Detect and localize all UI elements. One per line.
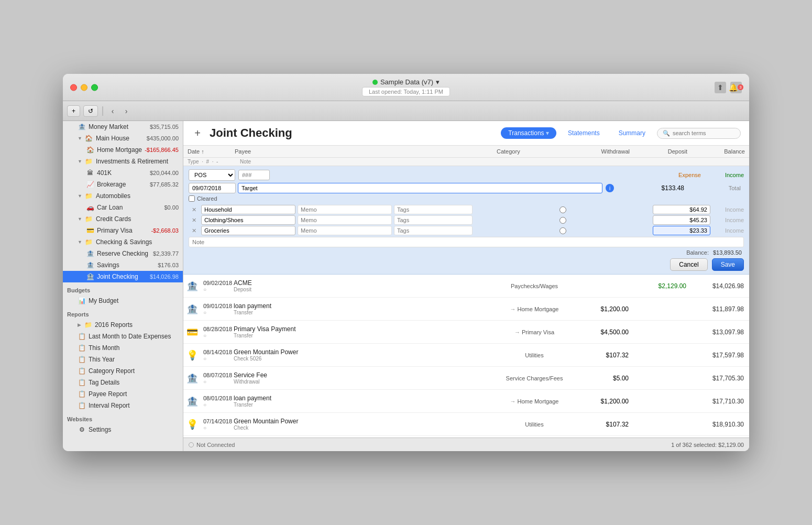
sidebar-item-home-mortgage[interactable]: 🏠 Home Mortgage -$165,866.45 — [63, 144, 183, 156]
sidebar-item-primary-visa[interactable]: 💳 Primary Visa -$2,668.03 — [63, 225, 183, 236]
sidebar-item-main-house[interactable]: ▼ 🏠 Main House $435,000.00 — [63, 133, 183, 144]
settings-icon: ⚙ — [78, 425, 86, 434]
sidebar-item-joint-checking[interactable]: 🏦 Joint Checking $14,026.98 — [63, 271, 183, 282]
badge-icon[interactable]: 🔔3 — [730, 82, 742, 93]
split-remove-0[interactable]: ✕ — [189, 206, 199, 213]
sidebar-item-credit-cards[interactable]: ▼ 📁 Credit Cards — [63, 213, 183, 225]
split-tags-1[interactable] — [394, 215, 473, 225]
maximize-button[interactable] — [91, 84, 98, 91]
sidebar-item-money-market[interactable]: 🏦 Money Market $35,715.05 — [63, 121, 183, 133]
info-icon[interactable]: i — [606, 184, 614, 192]
search-box[interactable]: 🔍 — [657, 128, 741, 139]
nav-forward-button[interactable]: › — [121, 106, 131, 116]
sidebar-item-savings[interactable]: 🏦 Savings $176.03 — [63, 259, 183, 271]
split-amount-2[interactable] — [653, 226, 710, 235]
split-memo-2[interactable] — [298, 226, 392, 235]
txn-deposit-6 — [634, 413, 692, 435]
tab-transactions[interactable]: Transactions ▾ — [501, 127, 556, 139]
split-amount-1[interactable] — [653, 215, 710, 225]
split-radio-2[interactable] — [559, 227, 566, 234]
last-month-icon: 📋 — [78, 332, 86, 341]
split-memo-0[interactable] — [298, 205, 392, 214]
split-amount-0[interactable] — [653, 205, 710, 214]
table-row[interactable]: 💡 07/14/2018 ○ Green Mountain Power Chec… — [183, 413, 749, 436]
tab-statements[interactable]: Statements — [561, 127, 607, 139]
sidebar-item-last-month[interactable]: 📋 Last Month to Date Expenses — [63, 331, 183, 342]
split-radio-1[interactable] — [559, 217, 566, 224]
disclosure-credit-cards[interactable]: ▼ — [78, 216, 82, 222]
split-remove-2[interactable]: ✕ — [189, 227, 199, 234]
txn-deposit-2 — [634, 321, 692, 343]
sidebar-item-checking-savings[interactable]: ▼ 📁 Checking & Savings — [63, 236, 183, 248]
add-transaction-button[interactable]: + — [192, 127, 203, 139]
split-tags-2[interactable] — [394, 226, 473, 235]
disclosure-automobiles[interactable]: ▼ — [78, 193, 82, 199]
payee-field[interactable] — [238, 183, 602, 193]
brokerage-icon: 📈 — [86, 180, 94, 189]
col-date[interactable]: Date ↑ — [183, 146, 231, 157]
txn-withdrawal-4: $5.00 — [576, 367, 634, 389]
disclosure-reports[interactable]: ▶ — [78, 322, 81, 327]
split-category-2[interactable] — [201, 226, 295, 235]
sidebar-item-automobiles[interactable]: ▼ 📁 Automobiles — [63, 190, 183, 202]
sidebar-item-car-loan[interactable]: 🚗 Car Loan $0.00 — [63, 202, 183, 213]
edit-row-main: i $133.48 Total — [189, 183, 744, 193]
minimize-button[interactable] — [81, 84, 87, 91]
tab-summary[interactable]: Summary — [611, 127, 653, 139]
close-button[interactable] — [70, 84, 77, 91]
column-headers: Date ↑ Payee Category Withdrawal Deposit… — [183, 146, 749, 158]
sidebar-item-2016-reports[interactable]: ▶ 📁 2016 Reports — [63, 319, 183, 331]
section-websites: Websites — [63, 414, 183, 424]
split-income-2: Income — [712, 227, 744, 234]
note-row — [189, 237, 744, 247]
balance-row: Balance: $13,893.50 — [189, 249, 744, 256]
txn-withdrawal-1: $1,200.00 — [576, 298, 634, 320]
refresh-button[interactable]: ↺ — [83, 105, 98, 117]
sidebar-item-investments[interactable]: ▼ 📁 Investments & Retirement — [63, 156, 183, 167]
upload-icon[interactable]: ⬆ — [715, 82, 726, 93]
table-row[interactable]: 💳 08/28/2018 ○ Primary Visa Payment Tran… — [183, 321, 749, 344]
sidebar-item-category-report[interactable]: 📋 Category Report — [63, 365, 183, 377]
split-tags-0[interactable] — [394, 205, 473, 214]
save-button[interactable]: Save — [712, 258, 744, 271]
split-category-1[interactable] — [201, 215, 295, 225]
table-row[interactable]: 🏦 09/01/2018 ○ loan payment Transfer → H… — [183, 298, 749, 321]
sidebar-item-this-year[interactable]: 📋 This Year — [63, 354, 183, 365]
cancel-button[interactable]: Cancel — [670, 258, 707, 271]
bank-icon: 🏦 — [78, 123, 86, 131]
txn-payee-col-5: loan payment Transfer — [231, 390, 492, 412]
search-icon: 🔍 — [663, 130, 670, 137]
split-memo-1[interactable] — [298, 215, 392, 225]
table-row[interactable]: 🏦 09/02/2018 ○ ACME Deposit Paychecks/Wa… — [183, 275, 749, 298]
split-remove-1[interactable]: ✕ — [189, 217, 199, 224]
split-category-0[interactable] — [201, 205, 295, 214]
sidebar-item-settings[interactable]: ⚙ Settings — [63, 424, 183, 435]
title-dot — [372, 80, 378, 85]
check-number-field[interactable] — [238, 170, 270, 180]
add-button[interactable]: + — [67, 105, 80, 117]
sidebar-item-this-month[interactable]: 📋 This Month — [63, 342, 183, 354]
sidebar-item-tag-details[interactable]: 📋 Tag Details — [63, 377, 183, 388]
search-input[interactable] — [673, 130, 735, 136]
table-row[interactable]: 💡 08/14/2018 ○ Green Mountain Power Chec… — [183, 344, 749, 367]
note-field[interactable] — [189, 237, 744, 247]
sidebar-item-brokerage[interactable]: 📈 Brokerage $77,685.32 — [63, 179, 183, 190]
cleared-checkbox[interactable] — [189, 195, 195, 202]
table-row[interactable]: 🏦 08/07/2018 ○ Service Fee Withdrawal Se… — [183, 367, 749, 390]
total-amount: $133.48 — [616, 184, 684, 192]
sidebar-item-payee-report[interactable]: 📋 Payee Report — [63, 388, 183, 400]
date-field[interactable] — [189, 183, 236, 193]
disclosure-main-house[interactable]: ▼ — [78, 136, 82, 141]
sidebar-item-reserve-checking[interactable]: 🏦 Reserve Checking $2,339.77 — [63, 248, 183, 259]
disclosure-investments[interactable]: ▼ — [78, 159, 82, 164]
transaction-type-select[interactable]: POS Check Withdrawal Deposit — [189, 169, 235, 181]
sidebar-item-401k[interactable]: 🏛 401K $20,044.00 — [63, 167, 183, 179]
transactions-list[interactable]: POS Check Withdrawal Deposit Expense Inc… — [183, 166, 749, 438]
table-row[interactable]: 🏦 08/01/2018 ○ loan payment Transfer → H… — [183, 390, 749, 413]
nav-back-button[interactable]: ‹ — [107, 106, 118, 116]
txn-payee-col-0: ACME Deposit — [231, 275, 492, 297]
split-radio-0[interactable] — [559, 206, 566, 213]
disclosure-checking[interactable]: ▼ — [78, 239, 82, 245]
sidebar-item-my-budget[interactable]: 📊 My Budget — [63, 295, 183, 307]
sidebar-item-interval-report[interactable]: 📋 Interval Report — [63, 400, 183, 411]
